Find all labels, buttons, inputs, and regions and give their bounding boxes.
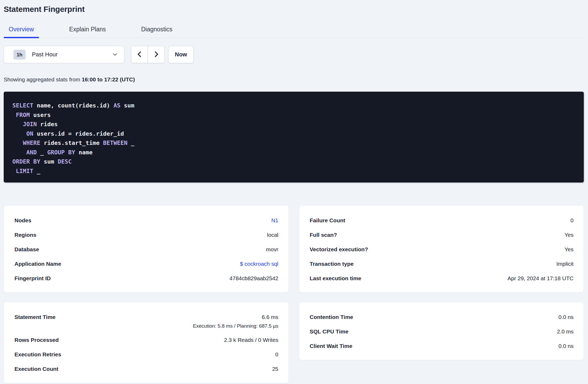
stat-value-wrap: Apr 29, 2024 at 17:18 UTC [507, 275, 574, 282]
next-interval-button[interactable] [148, 46, 165, 63]
stat-value-wrap: 2.0 ms [557, 328, 574, 335]
sql-line: SELECT name, count(rides.id) AS sum [12, 101, 579, 110]
time-range-label: Past Hour [32, 51, 58, 58]
stat-row-contention-time: Contention Time0.0 ns [310, 310, 574, 324]
time-range-badge: 1h [13, 50, 26, 60]
stat-value-wrap: 2.3 k Reads / 0 Writes [224, 336, 278, 344]
tab-diagnostics[interactable]: Diagnostics [136, 26, 177, 38]
sql-line: AND _ GROUP BY name [12, 148, 579, 157]
stat-value: movr [266, 246, 278, 253]
sql-line: ON users.id = rides.rider_id [12, 129, 579, 139]
stat-label: Client Wait Time [310, 342, 352, 350]
stat-row-rows-processed: Rows Processed2.3 k Reads / 0 Writes [14, 333, 278, 347]
stat-row-fingerprint-id: Fingerprint ID4784cb829aab2542 [14, 271, 278, 285]
stat-row-regions: Regionslocal [14, 228, 278, 242]
stat-value: 0 [570, 217, 574, 224]
stat-label: Contention Time [310, 313, 353, 321]
caption-time-range: 16:00 to 17:22 (UTC) [82, 76, 135, 82]
stat-row-application-name: Application Name$ cockroach sql [14, 257, 278, 271]
stat-value: 2.3 k Reads / 0 Writes [224, 336, 278, 344]
stat-value-wrap: N1 [271, 217, 278, 224]
time-pager [131, 46, 165, 63]
stat-value: local [267, 231, 278, 239]
stat-value-wrap: 0 [275, 351, 278, 358]
stat-value-link[interactable]: N1 [271, 217, 278, 224]
stat-value: 0 [275, 351, 278, 358]
stat-label: Regions [14, 231, 36, 239]
overview-left-card: NodesN1RegionslocalDatabasemovrApplicati… [4, 205, 289, 293]
stat-label: Execution Count [14, 365, 58, 373]
stat-row-statement-time: Statement Time6.6 msExecution: 5.8 ms / … [14, 310, 278, 333]
tab-overview[interactable]: Overview [4, 26, 39, 38]
stat-value-wrap: 25 [272, 365, 278, 373]
stat-value-wrap: 4784cb829aab2542 [230, 275, 278, 282]
sql-line: WHERE rides.start_time BETWEEN _ [12, 138, 579, 148]
stat-row-nodes: NodesN1 [14, 213, 278, 228]
stat-label: Full scan? [310, 231, 337, 239]
stat-value-wrap: $ cockroach sql [240, 260, 278, 268]
stat-row-sql-cpu-time: SQL CPU Time2.0 ms [310, 324, 574, 339]
stat-row-vectorized-execution: Vectorized execution?Yes [310, 242, 574, 257]
stat-row-transaction-type: Transaction typeImplicit [310, 257, 574, 271]
stat-value-wrap: Yes [565, 246, 574, 253]
stat-value: Apr 29, 2024 at 17:18 UTC [507, 275, 574, 282]
stat-label: Rows Processed [14, 336, 59, 344]
sql-statement-box: SELECT name, count(rides.id) AS sum FROM… [4, 92, 584, 183]
tab-explain-plans[interactable]: Explain Plans [64, 26, 111, 38]
sql-line: ORDER BY sum DESC [12, 157, 579, 166]
stat-row-execution-count: Execution Count25 [14, 362, 278, 376]
time-toolbar: 1h Past Hour [4, 46, 584, 63]
stat-value-wrap: 0.0 ns [559, 342, 574, 350]
sql-line: FROM users [12, 110, 579, 120]
stat-label: Transaction type [310, 260, 354, 268]
stat-row-database: Databasemovr [14, 242, 278, 257]
stat-value-wrap: 6.6 msExecution: 5.8 ms / Planning: 687.… [193, 313, 278, 329]
caption-prefix: Showing aggregated stats from [4, 76, 82, 82]
stat-label: Database [14, 246, 39, 253]
stat-value: 2.0 ms [557, 328, 574, 335]
stat-label: Execution Retries [14, 351, 61, 358]
stat-label: Failure Count [310, 217, 345, 224]
chevron-down-icon [112, 52, 118, 57]
stat-label: Nodes [14, 217, 31, 224]
stat-value: Implicit [556, 260, 574, 268]
stat-value-wrap: 0.0 ns [559, 313, 574, 321]
stat-value: Yes [565, 231, 574, 239]
stat-value: Yes [565, 246, 574, 253]
stats-cards-grid: NodesN1RegionslocalDatabasemovrApplicati… [4, 205, 584, 383]
tab-bar: Overview Explain Plans Diagnostics [4, 26, 584, 38]
stat-value: 4784cb829aab2542 [230, 275, 278, 282]
timing-left-card: Statement Time6.6 msExecution: 5.8 ms / … [4, 302, 289, 383]
stat-label: Application Name [14, 260, 61, 268]
now-button[interactable]: Now [168, 46, 194, 63]
stat-row-last-execution-time: Last execution timeApr 29, 2024 at 17:18… [310, 271, 574, 285]
stat-value: 25 [272, 365, 278, 373]
sql-line: JOIN rides [12, 120, 579, 129]
stat-row-execution-retries: Execution Retries0 [14, 347, 278, 362]
stat-value: 6.6 ms [193, 313, 278, 321]
stat-value-wrap: local [267, 231, 278, 239]
time-range-dropdown[interactable]: 1h Past Hour [4, 46, 124, 63]
stat-row-full-scan: Full scan?Yes [310, 228, 574, 242]
stat-value-wrap: Yes [565, 231, 574, 239]
stat-label: Last execution time [310, 275, 361, 282]
chevron-left-icon [136, 51, 143, 59]
stat-label: SQL CPU Time [310, 328, 348, 335]
stat-row-failure-count: Failure Count0 [310, 213, 574, 228]
timing-right-card: Contention Time0.0 nsSQL CPU Time2.0 msC… [299, 302, 584, 360]
sql-line: LIMIT _ [12, 166, 579, 176]
stat-value-wrap: 0 [570, 217, 574, 224]
previous-interval-button[interactable] [131, 46, 148, 63]
stat-value-wrap: Implicit [556, 260, 574, 268]
overview-right-card: Failure Count0Full scan?YesVectorized ex… [299, 205, 584, 293]
page-title: Statement Fingerprint [4, 5, 584, 14]
stat-label: Fingerprint ID [14, 275, 51, 282]
stat-label: Vectorized execution? [310, 246, 368, 253]
chevron-right-icon [153, 51, 160, 59]
stat-value-link[interactable]: $ cockroach sql [240, 260, 278, 268]
statement-fingerprint-page: Statement Fingerprint Overview Explain P… [0, 5, 588, 383]
stat-value-wrap: movr [266, 246, 278, 253]
stat-row-client-wait-time: Client Wait Time0.0 ns [310, 339, 574, 353]
stat-value: 0.0 ns [559, 342, 574, 350]
stat-label: Statement Time [14, 313, 56, 321]
